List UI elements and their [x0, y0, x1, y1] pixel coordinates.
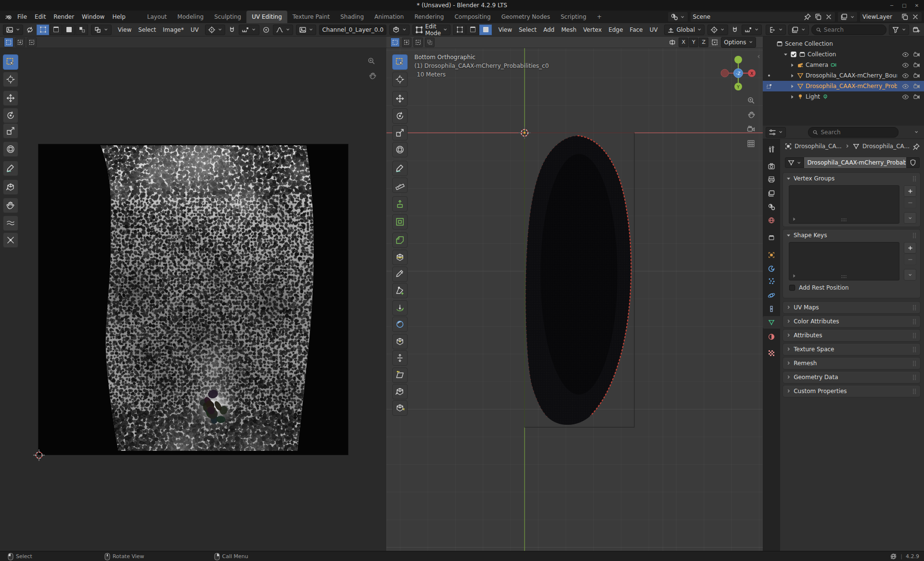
properties-tab-world[interactable]: [763, 214, 780, 227]
empty-list-box[interactable]: [789, 185, 899, 224]
select-mode-new-button[interactable]: [4, 38, 13, 47]
mode-dropdown[interactable]: Edit Mode: [412, 25, 450, 35]
tool-knife[interactable]: [392, 267, 408, 282]
properties-tab-material[interactable]: [763, 331, 780, 343]
properties-editor-type-button[interactable]: [766, 127, 786, 138]
drag-handle-icon[interactable]: [911, 176, 917, 181]
uv-face-mode-button[interactable]: [63, 25, 75, 35]
drag-handle-icon[interactable]: [911, 360, 917, 366]
panel-header[interactable]: UV Maps: [783, 302, 920, 313]
drag-handle-icon[interactable]: [911, 346, 917, 352]
outliner-label[interactable]: Collection: [808, 51, 836, 58]
mirror-axis-z[interactable]: Z: [699, 38, 708, 47]
outliner-editor-type-button[interactable]: [766, 25, 786, 35]
scene-type-dropdown[interactable]: [667, 12, 688, 22]
disable-render-icon[interactable]: [913, 93, 920, 101]
properties-tab-physics[interactable]: [763, 289, 780, 302]
viewport-menu-add[interactable]: Add: [540, 25, 558, 35]
panel-collapse-icon[interactable]: [786, 346, 791, 352]
tool-annotate[interactable]: [3, 161, 18, 176]
tool-cursor-3d[interactable]: [392, 72, 408, 87]
tool-spin[interactable]: [392, 300, 408, 316]
select-mode-extend-button[interactable]: [402, 38, 411, 47]
hide-viewport-icon[interactable]: [902, 72, 909, 79]
select-mode-intersect-button[interactable]: [425, 38, 435, 47]
workspace-tab-sculpting[interactable]: Sculpting: [209, 11, 246, 23]
tool-pinch[interactable]: [3, 232, 18, 248]
outliner-display-mode-dropdown[interactable]: [788, 25, 808, 35]
snap-toggle-icon[interactable]: [731, 25, 739, 35]
disable-render-icon[interactable]: [913, 72, 920, 79]
outliner-row-drosophila-caax-mcherry-bour[interactable]: Drosophila_CAAX-mCherry_Bour: [763, 70, 924, 81]
breadcrumb-data[interactable]: Drosophila_CA...: [862, 143, 910, 150]
properties-tab-output[interactable]: [763, 173, 780, 186]
add-workspace-button[interactable]: +: [591, 11, 607, 23]
properties-tab-render[interactable]: [763, 160, 780, 173]
viewlayer-field[interactable]: ViewLayer: [860, 12, 922, 22]
workspace-tab-rendering[interactable]: Rendering: [409, 11, 449, 23]
uv-edge-mode-button[interactable]: [50, 25, 62, 35]
outliner-row-camera[interactable]: Camera: [763, 60, 924, 70]
drag-handle-icon[interactable]: [911, 232, 917, 238]
panel-header[interactable]: Shape Keys: [783, 230, 920, 241]
drag-handle-icon[interactable]: [911, 374, 917, 380]
hide-viewport-icon[interactable]: [902, 93, 909, 101]
select-mode-new-button[interactable]: [390, 38, 400, 47]
edge-select-button[interactable]: [466, 25, 479, 35]
viewport-menu-mesh[interactable]: Mesh: [558, 25, 580, 35]
empty-list-box[interactable]: [789, 242, 899, 280]
tool-inset-faces[interactable]: [392, 214, 408, 230]
embryo-mesh[interactable]: [526, 136, 631, 425]
uv-proportional-edit-icon[interactable]: [262, 25, 270, 35]
uv-pivot-dropdown[interactable]: [205, 25, 225, 35]
pivot-dropdown[interactable]: [707, 25, 728, 35]
remove-item-button[interactable]: [904, 197, 916, 208]
cursor-3d[interactable]: [518, 127, 531, 139]
list-resize-handle[interactable]: [841, 217, 847, 223]
disable-render-icon[interactable]: [913, 51, 920, 58]
tool-transform[interactable]: [3, 141, 18, 157]
mesh-id-dropdown[interactable]: [785, 157, 804, 168]
hide-viewport-icon[interactable]: [902, 62, 909, 69]
tool-move[interactable]: [392, 91, 408, 106]
app-menu-window[interactable]: Window: [78, 12, 108, 22]
panel-header[interactable]: Vertex Groups: [783, 173, 920, 184]
viewport-menu-select[interactable]: Select: [515, 25, 540, 35]
disclosure-closed-icon[interactable]: [790, 63, 795, 68]
close-button[interactable]: ✕: [913, 2, 920, 9]
uv-snap-dropdown[interactable]: [239, 25, 259, 35]
pin-id-icon[interactable]: [912, 143, 920, 151]
outliner-label[interactable]: Drosophila_CAAX-mCherry_Prob: [806, 83, 897, 89]
tool-rip-region[interactable]: [3, 179, 18, 195]
workspace-tab-shading[interactable]: Shading: [335, 11, 369, 23]
navigation-gizmo[interactable]: X Y -Z: [721, 56, 756, 90]
tool-shrink-fatten[interactable]: [392, 350, 408, 366]
unlink-scene-icon[interactable]: [825, 13, 833, 21]
disclosure-closed-icon[interactable]: [790, 94, 795, 100]
snap-dropdown[interactable]: [742, 25, 762, 35]
workspace-tab-modeling[interactable]: Modeling: [172, 11, 209, 23]
viewport-menu-view[interactable]: View: [495, 25, 515, 35]
tool-bevel[interactable]: [392, 232, 408, 248]
panel-collapse-icon[interactable]: [786, 332, 791, 338]
workspace-tab-compositing[interactable]: Compositing: [449, 11, 496, 23]
fake-user-shield-button[interactable]: [906, 157, 920, 168]
viewport-camera-icon[interactable]: [747, 125, 755, 133]
select-mode-subtract-button[interactable]: [27, 38, 37, 47]
tool-rip-region[interactable]: [392, 384, 408, 399]
workspace-tab-uv-editing[interactable]: UV Editing: [246, 11, 287, 23]
new-viewlayer-icon[interactable]: [901, 13, 909, 21]
uv-menu-select[interactable]: Select: [135, 25, 159, 35]
blender-logo-icon[interactable]: [4, 12, 13, 22]
tool-extrude-region[interactable]: [392, 196, 408, 212]
uv-sync-selection-icon[interactable]: [26, 25, 34, 35]
select-mode-extend-button[interactable]: [15, 38, 25, 47]
panel-header[interactable]: Geometry Data: [783, 371, 920, 383]
new-collection-icon[interactable]: [911, 25, 921, 35]
list-specials-button[interactable]: [904, 269, 916, 280]
tool-cursor-2d[interactable]: [3, 72, 18, 87]
add-item-button[interactable]: [904, 242, 916, 254]
outliner-label[interactable]: Camera: [806, 62, 828, 68]
viewport-menu-uv[interactable]: UV: [646, 25, 661, 35]
outliner-row-collection[interactable]: Collection: [763, 49, 924, 60]
